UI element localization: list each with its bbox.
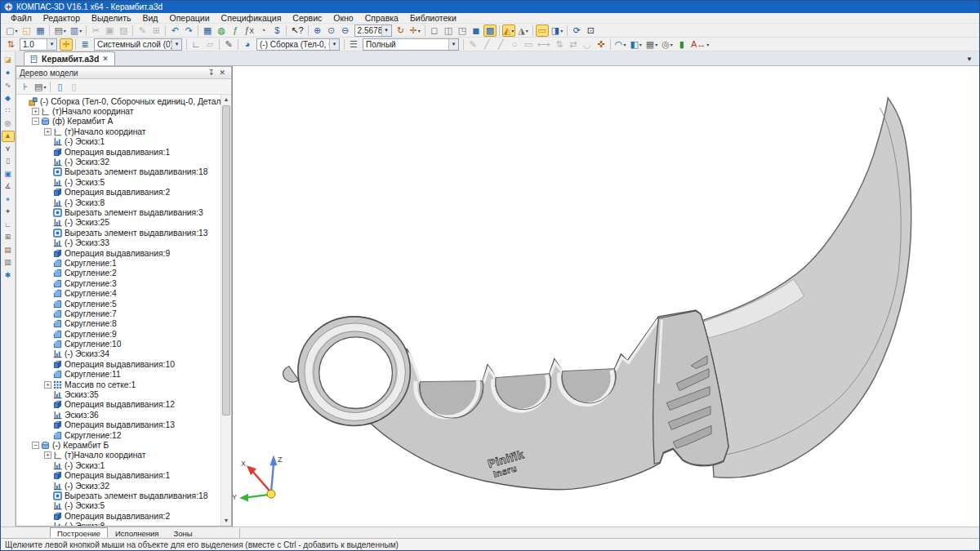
- rotate-tool-button[interactable]: ⇄: [567, 38, 580, 51]
- tree-expander-toggle[interactable]: [44, 280, 51, 287]
- print-button[interactable]: ▤ ▾: [52, 24, 67, 37]
- scale-combo[interactable]: 1.0▾: [18, 38, 59, 51]
- tree-item[interactable]: Скругление:12: [16, 430, 231, 440]
- functions-button[interactable]: ƒx: [243, 24, 256, 37]
- dropdown-arrow-icon[interactable]: ▾: [511, 28, 514, 33]
- dropdown-arrow-icon[interactable]: ▾: [623, 42, 626, 47]
- component-combo[interactable]: (-) Сборка (Тел-0, С▾: [255, 38, 341, 51]
- aux-line-tool-button[interactable]: ╱: [494, 38, 507, 51]
- tree-expander-toggle[interactable]: [44, 492, 51, 500]
- tree-item[interactable]: Операция выдавливания:10: [16, 359, 231, 369]
- tree-expander-toggle[interactable]: [44, 462, 51, 469]
- compact-panel-measure-button[interactable]: ∡: [2, 181, 15, 193]
- tree-expander-toggle[interactable]: [44, 300, 51, 308]
- dropdown-arrow-icon[interactable]: ▾: [418, 28, 421, 33]
- tree-expander-toggle[interactable]: [44, 411, 51, 419]
- compact-panel-auxiliary-button[interactable]: ◎: [2, 118, 15, 130]
- save-document-button[interactable]: ▦: [33, 24, 47, 37]
- tree-expander-toggle[interactable]: [44, 250, 51, 257]
- menu-item[interactable]: Справка: [360, 13, 403, 23]
- scrollbar-thumb[interactable]: [222, 105, 230, 415]
- saved-views-button[interactable]: ◨ ▾: [550, 24, 564, 37]
- tree-item[interactable]: + Массив по сетке:1: [16, 380, 231, 389]
- dropdown-arrow-icon[interactable]: ▾: [560, 28, 563, 33]
- combo-arrow-icon[interactable]: ▾: [172, 39, 181, 50]
- layers-button[interactable]: ≣: [78, 38, 91, 51]
- detail-level-button[interactable]: ☰: [347, 38, 360, 51]
- copy-button[interactable]: ▣: [103, 24, 116, 37]
- compact-panel-sheet-metal-button[interactable]: ⊞: [2, 232, 15, 243]
- calculator-button[interactable]: ▦: [201, 24, 214, 37]
- tree-expander-toggle[interactable]: [44, 421, 51, 429]
- new-document-button[interactable]: ▢ ▾: [4, 24, 19, 37]
- dropdown-arrow-icon[interactable]: ▾: [526, 28, 528, 33]
- tree-item[interactable]: (-) Эскиз:8: [16, 198, 231, 207]
- line-tool-button[interactable]: ╱: [480, 38, 493, 51]
- compact-panel-surfaces-button[interactable]: ◆: [2, 93, 15, 104]
- tree-expander-toggle[interactable]: [44, 371, 51, 378]
- compact-panel-clipboard-button[interactable]: ▤: [2, 245, 15, 256]
- rotate-view-button[interactable]: ↻: [394, 24, 408, 37]
- tree-item[interactable]: Вырезать элемент выдавливания:18: [16, 491, 231, 500]
- compact-panel-reports-button[interactable]: ▣: [2, 169, 15, 180]
- tree-item[interactable]: + (т)Начало координат: [16, 451, 231, 460]
- translate-tool-button[interactable]: ⇅: [553, 38, 566, 51]
- tree-item[interactable]: − (ф) Керамбит А: [16, 117, 231, 127]
- compact-panel-filters-button[interactable]: ⋎: [2, 144, 15, 155]
- tree-expander-toggle[interactable]: +: [44, 451, 51, 459]
- tree-item[interactable]: (-) Эскиз:5: [16, 177, 231, 187]
- dropdown-arrow-icon[interactable]: ▾: [79, 28, 82, 33]
- snap-point-button[interactable]: ✜: [595, 38, 608, 51]
- copy-properties-button[interactable]: ✎: [136, 24, 149, 37]
- services-button[interactable]: $: [270, 24, 283, 37]
- compact-panel-spec-button[interactable]: ▯: [2, 156, 15, 167]
- tree-bottom-tab[interactable]: Зоны: [166, 527, 199, 538]
- layer-combo[interactable]: Системный слой (0)▾: [92, 38, 184, 51]
- hidden-lines-thin-button[interactable]: ◳: [456, 24, 469, 37]
- tree-expander-toggle[interactable]: +: [44, 381, 51, 389]
- tree-item[interactable]: Эскиз:35: [16, 389, 231, 399]
- menu-item[interactable]: Файл: [6, 13, 37, 23]
- compact-panel-curves-button[interactable]: ∿: [2, 80, 15, 91]
- menu-item[interactable]: Окно: [328, 13, 358, 23]
- tab-close-icon[interactable]: ✕: [102, 55, 109, 63]
- compact-panel-sketch-button[interactable]: ▲: [2, 131, 15, 142]
- zoom-value-combo[interactable]: 2.5678▾: [353, 24, 394, 37]
- tree-composition-button[interactable]: ▤ ▾: [33, 81, 47, 93]
- pin-icon[interactable]: ↧: [206, 69, 217, 77]
- model-viewport[interactable]: Pinifik Insru: [232, 66, 979, 527]
- tree-expander-toggle[interactable]: [44, 179, 51, 186]
- paste-button[interactable]: ▨: [117, 24, 130, 37]
- pen-tool-button[interactable]: ✎: [466, 38, 479, 51]
- revolve-operation-button[interactable]: ◎ ▾: [660, 38, 675, 51]
- dropdown-arrow-icon[interactable]: ▾: [639, 42, 642, 47]
- tree-expander-toggle[interactable]: −: [32, 118, 39, 125]
- tree-item[interactable]: Скругление:8: [16, 319, 231, 329]
- tree-item[interactable]: Вырезать элемент выдавливания:13: [16, 228, 231, 238]
- tree-item[interactable]: Скругление:11: [16, 370, 231, 380]
- tree-bottom-tab[interactable]: Построение: [50, 527, 108, 538]
- tree-item[interactable]: Скругление:3: [16, 278, 231, 288]
- zoom-area-button[interactable]: ⊕: [311, 24, 324, 37]
- tree-expander-toggle[interactable]: [44, 229, 51, 237]
- dimensions-3d-button[interactable]: А↔ ▾: [689, 38, 710, 51]
- grid-step-button[interactable]: ⇅: [4, 38, 17, 51]
- tree-expander-toggle[interactable]: [44, 361, 51, 368]
- compact-panel-component-button[interactable]: ●: [2, 68, 15, 79]
- tree-expander-toggle[interactable]: [44, 189, 51, 196]
- rectangle-tool-button[interactable]: ▭: [522, 38, 535, 51]
- document-tab[interactable]: Керамбит.a3d ✕: [24, 51, 115, 65]
- tree-item[interactable]: (-) Эскиз:1: [16, 137, 231, 147]
- compact-panel-sphere-button[interactable]: ●: [2, 194, 15, 206]
- compact-panel-print-button[interactable]: ▥: [2, 257, 15, 269]
- tree-expander-toggle[interactable]: −: [32, 442, 39, 449]
- scroll-up-icon[interactable]: ▲: [221, 95, 231, 104]
- tree-item[interactable]: Операция выдавливания:1: [16, 147, 231, 157]
- insert-table-button[interactable]: ⊞: [149, 24, 163, 37]
- dropdown-arrow-icon[interactable]: ▾: [655, 42, 657, 47]
- tree-expander-toggle[interactable]: [44, 168, 51, 176]
- tree-item[interactable]: − (-) Керамбит Б: [16, 440, 231, 450]
- menu-item[interactable]: Выделить: [87, 13, 136, 23]
- tree-item[interactable]: Скругление:10: [16, 339, 231, 349]
- dropdown-arrow-icon[interactable]: ▾: [43, 84, 46, 90]
